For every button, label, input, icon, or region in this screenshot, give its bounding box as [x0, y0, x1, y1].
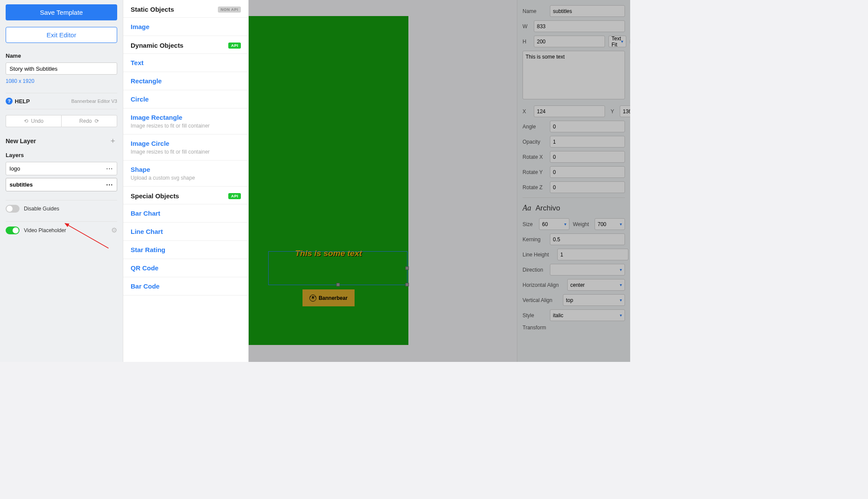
dropdown-group-title: Special Objects	[131, 192, 179, 200]
dropdown-item-title: Bar Chart	[131, 210, 241, 217]
redo-button[interactable]: Redo ⟳	[61, 115, 117, 127]
direction-select[interactable]: ▾	[550, 264, 625, 276]
valign-label: Vertical Align	[523, 297, 559, 303]
dropdown-item-bar-code[interactable]: Bar Code	[123, 277, 248, 295]
dropdown-item-title: Star Rating	[131, 246, 241, 253]
exit-editor-button[interactable]: Exit Editor	[6, 27, 117, 43]
dropdown-item-bar-chart[interactable]: Bar Chart	[123, 204, 248, 222]
video-placeholder-label: Video Placeholder	[24, 227, 66, 233]
font-name: Archivo	[536, 204, 560, 213]
logo-label: Bannerbear	[319, 295, 348, 301]
height-label: H	[523, 39, 530, 45]
rotate-z-input[interactable]	[550, 181, 625, 193]
style-select[interactable]: italic▾	[550, 309, 625, 321]
y-input[interactable]	[620, 105, 630, 117]
dropdown-item-star-rating[interactable]: Star Rating	[123, 240, 248, 259]
dropdown-item-title: Bar Code	[131, 282, 241, 290]
dropdown-item-rectangle[interactable]: Rectangle	[123, 72, 248, 90]
template-name-input[interactable]	[6, 62, 117, 75]
layer-item-subtitles[interactable]: subtitles⋯	[6, 178, 117, 191]
dropdown-item-circle[interactable]: Circle	[123, 90, 248, 108]
halign-select[interactable]: center▾	[567, 279, 625, 291]
line-height-input[interactable]	[557, 249, 628, 260]
halign-label: Horizontal Align	[523, 282, 564, 288]
dropdown-item-title: Circle	[131, 95, 241, 103]
x-label: X	[523, 108, 530, 115]
opacity-input[interactable]	[550, 136, 625, 148]
opacity-label: Opacity	[523, 139, 546, 145]
canvas-area: This is some text ᵔᴥᵔ Bannerbear	[249, 0, 408, 346]
weight-select[interactable]: 700▾	[595, 218, 625, 230]
x-input[interactable]	[534, 105, 605, 117]
dropdown-item-image-rectangle[interactable]: Image RectangleImage resizes to fit or f…	[123, 108, 248, 134]
annotation-arrow-icon	[61, 220, 113, 255]
dropdown-item-title: Text	[131, 59, 241, 66]
dropdown-item-shape[interactable]: ShapeUpload a custom svg shape	[123, 160, 248, 186]
angle-label: Angle	[523, 124, 546, 130]
dimensions-link[interactable]: 1080 x 1920	[6, 78, 117, 84]
line-height-label: Line Height	[523, 252, 554, 258]
undo-button[interactable]: ⟲ Undo	[6, 115, 61, 127]
dropdown-item-image[interactable]: Image	[123, 17, 248, 36]
help-icon: ?	[6, 98, 13, 105]
valign-select[interactable]: top▾	[563, 294, 625, 306]
selection-bounds	[268, 251, 408, 285]
font-icon: Aa	[523, 204, 531, 213]
dropdown-item-qr-code[interactable]: QR Code	[123, 259, 248, 277]
width-label: W	[523, 23, 530, 30]
size-label: Size	[523, 221, 536, 227]
font-picker[interactable]: Aa Archivo	[523, 197, 625, 218]
textfit-help-icon[interactable]: ?	[630, 38, 630, 45]
height-input[interactable]	[534, 36, 605, 47]
video-placeholder-toggle[interactable]	[6, 227, 20, 234]
resize-handle-right[interactable]	[405, 266, 409, 270]
resize-handle-bottom[interactable]	[336, 283, 340, 286]
layer-item-label: logo	[10, 165, 20, 172]
dropdown-group-title: Static Objects	[131, 6, 174, 13]
dropdown-item-text[interactable]: Text	[123, 53, 248, 72]
add-layer-button[interactable]: +	[108, 137, 117, 145]
size-select[interactable]: 60▾	[539, 218, 569, 230]
name-label: Name	[6, 53, 117, 59]
resize-handle-corner[interactable]	[405, 283, 409, 286]
dropdown-item-title: Line Chart	[131, 228, 241, 235]
dropdown-item-title: Image Circle	[131, 140, 241, 147]
dropdown-item-subtitle: Image resizes to fit or fill container	[131, 149, 241, 155]
kerning-label: Kerning	[523, 236, 546, 243]
editor-version: Bannerbear Editor V3	[71, 98, 117, 104]
width-input[interactable]	[534, 20, 625, 32]
rotate-z-label: Rotate Z	[523, 184, 546, 190]
api-badge: NON API	[218, 7, 241, 13]
dropdown-item-title: Shape	[131, 166, 241, 173]
kerning-input[interactable]	[550, 233, 625, 245]
layer-menu-icon[interactable]: ⋯	[106, 181, 113, 189]
disable-guides-toggle[interactable]	[6, 205, 20, 213]
rotate-y-input[interactable]	[550, 166, 625, 178]
bear-icon: ᵔᴥᵔ	[309, 295, 316, 302]
api-badge: API	[228, 193, 241, 199]
text-fit-select[interactable]: Text Fit▾	[608, 36, 626, 47]
properties-panel: Name W H Text Fit▾ ? This is some text X…	[517, 0, 630, 362]
angle-input[interactable]	[550, 121, 625, 132]
help-button[interactable]: ?HELP	[6, 98, 30, 105]
logo-object[interactable]: ᵔᴥᵔ Bannerbear	[302, 289, 355, 306]
dropdown-item-line-chart[interactable]: Line Chart	[123, 222, 248, 240]
layers-label: Layers	[6, 152, 117, 158]
dropdown-item-image-circle[interactable]: Image CircleImage resizes to fit or fill…	[123, 134, 248, 160]
new-layer-label: New Layer	[6, 138, 36, 144]
rotate-x-input[interactable]	[550, 151, 625, 163]
text-content-input[interactable]: This is some text	[523, 51, 625, 99]
save-template-button[interactable]: Save Template	[6, 4, 117, 20]
rotate-x-label: Rotate X	[523, 154, 546, 160]
dropdown-item-title: QR Code	[131, 264, 241, 272]
dropdown-item-title: Rectangle	[131, 77, 241, 85]
transform-label: Transform	[523, 325, 551, 331]
svg-line-0	[65, 223, 108, 248]
layer-item-logo[interactable]: logo⋯	[6, 162, 117, 175]
disable-guides-label: Disable Guides	[24, 206, 59, 212]
layer-menu-icon[interactable]: ⋯	[106, 164, 113, 173]
rotate-y-label: Rotate Y	[523, 169, 546, 175]
dropdown-item-title: Image Rectangle	[131, 114, 241, 121]
prop-name-input[interactable]	[550, 5, 625, 17]
y-label: Y	[608, 108, 616, 115]
